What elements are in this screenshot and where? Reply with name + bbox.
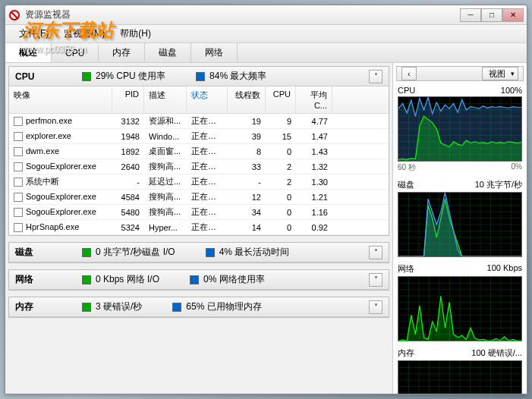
row-checkbox[interactable] bbox=[14, 193, 23, 202]
tab-cpu[interactable]: CPU bbox=[52, 45, 99, 61]
tab-memory[interactable]: 内存 bbox=[99, 43, 145, 62]
cpu-freq-indicator-icon bbox=[196, 72, 205, 81]
table-row[interactable]: HprSnap6.exe5324Hyper...正在运行1400.92 bbox=[9, 220, 389, 235]
table-row[interactable]: SogouExplorer.exe5480搜狗高...正在运行3401.16 bbox=[9, 205, 389, 220]
collapse-icon[interactable]: ˄ bbox=[369, 70, 382, 83]
col-avg[interactable]: 平均 C... bbox=[296, 86, 332, 113]
disk-section-header[interactable]: 磁盘 0 兆字节/秒磁盘 I/O 4% 最长活动时间 ˅ bbox=[9, 243, 389, 262]
row-checkbox[interactable] bbox=[14, 132, 23, 141]
right-panel: ‹ 视图 CPU100%60 秒0%磁盘10 兆字节/秒网络100 Kbps内存… bbox=[393, 63, 527, 394]
row-checkbox[interactable] bbox=[14, 223, 23, 232]
expand-icon[interactable]: ˅ bbox=[369, 273, 382, 287]
close-button[interactable]: ✕ bbox=[502, 8, 524, 22]
row-checkbox[interactable] bbox=[14, 162, 23, 171]
col-desc[interactable]: 描述 bbox=[144, 86, 187, 113]
row-checkbox[interactable] bbox=[14, 178, 23, 187]
view-dropdown[interactable]: 视图 bbox=[482, 67, 518, 80]
cpu-section: CPU 29% CPU 使用率 84% 最大频率 ˄ 映像 PID 描述 状态 … bbox=[8, 66, 389, 236]
menu-monitor[interactable]: 监视器(M) bbox=[56, 25, 112, 42]
table-row[interactable]: perfmon.exe3132资源和...正在运行1994.77 bbox=[9, 114, 389, 129]
table-row[interactable]: 系统中断-延迟过...正在运行-21.30 bbox=[9, 174, 389, 190]
col-status[interactable]: 状态 bbox=[187, 86, 228, 113]
cpu-usage-indicator-icon bbox=[82, 72, 91, 81]
right-toolbar: ‹ 视图 bbox=[396, 66, 524, 81]
network-section-header[interactable]: 网络 0 Kbps 网络 I/O 0% 网络使用率 ˅ bbox=[9, 270, 389, 290]
menubar: 文件(F) 监视器(M) 帮助(H) bbox=[5, 25, 527, 43]
net-io-indicator-icon bbox=[82, 275, 91, 284]
process-table: 映像 PID 描述 状态 线程数 CPU 平均 C... perfmon.exe… bbox=[9, 86, 389, 235]
net-use-indicator-icon bbox=[190, 275, 199, 284]
svg-line-1 bbox=[11, 12, 17, 18]
disk-graph: 磁盘10 兆字节/秒 bbox=[398, 179, 522, 257]
expand-icon[interactable]: ˅ bbox=[369, 300, 382, 314]
network-graph: 网络100 Kbps bbox=[398, 263, 522, 341]
tab-overview[interactable]: 概述 bbox=[5, 43, 52, 62]
titlebar[interactable]: 资源监视器 ─ □ ✕ bbox=[5, 5, 527, 25]
tab-network[interactable]: 网络 bbox=[191, 43, 238, 62]
window-title: 资源监视器 bbox=[25, 8, 460, 21]
cpu-graph: CPU100%60 秒0% bbox=[398, 86, 522, 173]
row-checkbox[interactable] bbox=[14, 208, 23, 217]
table-row[interactable]: dwm.exe1892桌面窗...正在运行801.43 bbox=[9, 144, 389, 159]
memory-graph: 内存100 硬错误/... bbox=[398, 347, 522, 394]
left-panel: CPU 29% CPU 使用率 84% 最大频率 ˄ 映像 PID 描述 状态 … bbox=[5, 63, 393, 394]
table-row[interactable]: SogouExplorer.exe4584搜狗高...正在运行1201.21 bbox=[9, 190, 389, 205]
mem-used-indicator-icon bbox=[172, 303, 181, 312]
tab-disk[interactable]: 磁盘 bbox=[145, 43, 191, 62]
memory-section: 内存 3 硬错误/秒 65% 已用物理内存 ˅ bbox=[8, 297, 389, 318]
col-pid[interactable]: PID bbox=[112, 86, 144, 113]
disk-active-indicator-icon bbox=[206, 248, 215, 257]
row-checkbox[interactable] bbox=[14, 147, 23, 156]
col-image[interactable]: 映像 bbox=[9, 86, 112, 113]
table-row[interactable]: SogouExplorer.exe2640搜狗高...正在运行3321.32 bbox=[9, 159, 389, 174]
tab-bar: 概述 CPU 内存 磁盘 网络 bbox=[5, 43, 527, 63]
table-row[interactable]: explorer.exe1948Windo...正在运行39151.47 bbox=[9, 129, 389, 144]
nav-back-button[interactable]: ‹ bbox=[401, 67, 417, 80]
app-icon bbox=[8, 9, 20, 21]
disk-io-indicator-icon bbox=[82, 248, 91, 257]
maximize-button[interactable]: □ bbox=[481, 8, 502, 22]
menu-file[interactable]: 文件(F) bbox=[11, 25, 56, 42]
main-window: 资源监视器 ─ □ ✕ 文件(F) 监视器(M) 帮助(H) 概述 CPU 内存… bbox=[5, 5, 527, 394]
cpu-section-header[interactable]: CPU 29% CPU 使用率 84% 最大频率 ˄ bbox=[9, 67, 389, 86]
col-threads[interactable]: 线程数 bbox=[228, 86, 266, 113]
disk-section: 磁盘 0 兆字节/秒磁盘 I/O 4% 最长活动时间 ˅ bbox=[8, 242, 389, 263]
memory-section-header[interactable]: 内存 3 硬错误/秒 65% 已用物理内存 ˅ bbox=[9, 297, 389, 317]
col-cpu[interactable]: CPU bbox=[266, 86, 296, 113]
menu-help[interactable]: 帮助(H) bbox=[112, 25, 159, 42]
network-section: 网络 0 Kbps 网络 I/O 0% 网络使用率 ˅ bbox=[8, 269, 389, 291]
mem-fault-indicator-icon bbox=[82, 303, 91, 312]
row-checkbox[interactable] bbox=[14, 117, 23, 126]
expand-icon[interactable]: ˅ bbox=[369, 246, 382, 259]
minimize-button[interactable]: ─ bbox=[460, 8, 481, 22]
